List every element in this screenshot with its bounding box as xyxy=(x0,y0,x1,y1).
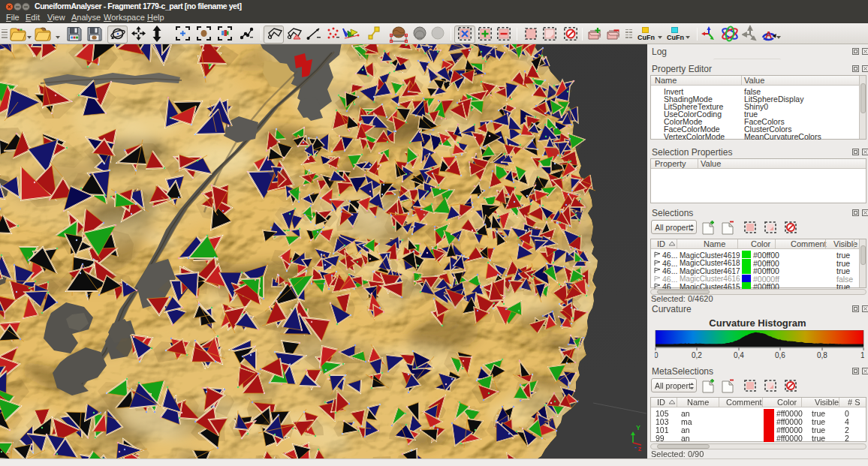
svg-text:0: 0 xyxy=(655,351,659,359)
svg-text:-: - xyxy=(634,443,637,451)
svg-text:Y: Y xyxy=(636,424,640,431)
svg-text:z: z xyxy=(638,445,642,452)
svg-text:0,8: 0,8 xyxy=(817,351,827,359)
svg-text:0,2: 0,2 xyxy=(692,351,702,359)
svg-text:1: 1 xyxy=(860,351,864,359)
svg-text:0,4: 0,4 xyxy=(734,351,744,359)
svg-text:0,6: 0,6 xyxy=(775,351,785,359)
